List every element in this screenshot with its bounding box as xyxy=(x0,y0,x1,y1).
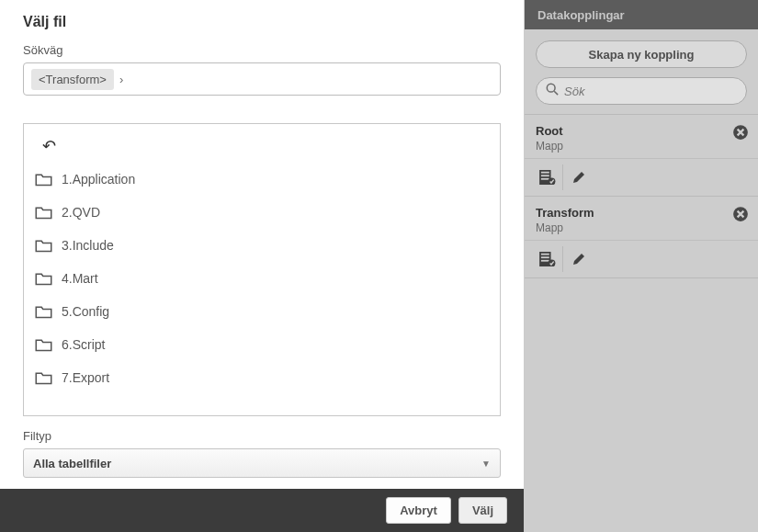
svg-rect-4 xyxy=(540,172,549,174)
list-item-label: 3.Include xyxy=(62,238,114,253)
svg-rect-11 xyxy=(540,256,549,258)
list-item-label: 1.Application xyxy=(62,172,135,187)
select-data-icon[interactable] xyxy=(532,164,563,190)
connection-type: Mapp xyxy=(536,221,747,234)
folder-icon xyxy=(35,305,52,319)
folder-icon xyxy=(35,239,52,253)
folder-icon xyxy=(35,371,52,385)
list-item[interactable]: 7.Export xyxy=(28,361,496,394)
connection-type: Mapp xyxy=(536,140,747,153)
search-icon xyxy=(546,83,559,99)
folder-icon xyxy=(35,338,52,352)
filetype-label: Filtyp xyxy=(23,429,501,443)
close-icon[interactable] xyxy=(732,206,749,222)
side-header: Datakopplingar xyxy=(525,0,758,29)
select-data-icon[interactable] xyxy=(532,246,563,272)
search-input-wrap[interactable] xyxy=(536,77,747,105)
list-item-label: 5.Config xyxy=(62,304,109,319)
svg-line-1 xyxy=(554,91,558,95)
list-item[interactable]: 6.Script xyxy=(28,328,496,361)
path-label: Sökväg xyxy=(23,43,501,57)
filetype-value: Alla tabellfiler xyxy=(33,457,111,470)
path-separator: › xyxy=(119,73,123,86)
back-arrow-icon: ↶ xyxy=(35,132,63,160)
svg-rect-6 xyxy=(540,178,549,180)
list-item[interactable]: 5.Config xyxy=(28,295,496,328)
select-button[interactable]: Välj xyxy=(458,497,507,524)
path-chip[interactable]: <Transform> xyxy=(31,69,114,90)
select-file-dialog: Välj fil Sökväg <Transform> › ↶ 1.Applic… xyxy=(0,0,524,532)
edit-icon[interactable] xyxy=(563,164,594,190)
data-connections-panel: Datakopplingar Skapa ny koppling Root Ma… xyxy=(524,0,758,532)
list-item[interactable]: 3.Include xyxy=(28,229,496,262)
filetype-select[interactable]: Alla tabellfiler ▼ xyxy=(23,448,501,478)
path-input[interactable]: <Transform> › xyxy=(23,62,501,96)
new-connection-button[interactable]: Skapa ny koppling xyxy=(536,40,747,68)
close-icon[interactable] xyxy=(732,124,749,141)
list-item-label: 7.Export xyxy=(62,370,109,385)
svg-rect-5 xyxy=(540,175,549,176)
cancel-button[interactable]: Avbryt xyxy=(386,497,451,524)
edit-icon[interactable] xyxy=(563,246,594,272)
list-item[interactable]: 4.Mart xyxy=(28,262,496,295)
list-item-label: 4.Mart xyxy=(62,271,98,286)
folder-icon xyxy=(35,206,52,220)
file-list[interactable]: ↶ 1.Application 2.QVD xyxy=(23,123,501,416)
svg-rect-12 xyxy=(540,260,549,262)
folder-icon xyxy=(35,272,52,286)
dialog-title: Välj fil xyxy=(23,14,501,30)
chevron-down-icon: ▼ xyxy=(481,458,491,469)
svg-point-0 xyxy=(547,84,555,92)
list-item[interactable]: 1.Application xyxy=(28,163,496,196)
connection-item: Root Mapp xyxy=(525,115,758,197)
svg-rect-10 xyxy=(540,254,549,255)
folder-icon xyxy=(35,173,52,187)
list-item-label: 6.Script xyxy=(62,337,105,352)
search-input[interactable] xyxy=(564,85,737,98)
connection-name: Root xyxy=(536,124,747,138)
list-item[interactable]: 2.QVD xyxy=(28,196,496,229)
list-item-label: 2.QVD xyxy=(62,205,100,220)
connection-name: Transform xyxy=(536,206,747,220)
connection-item: Transform Mapp xyxy=(525,197,758,278)
back-button[interactable]: ↶ xyxy=(28,130,496,163)
